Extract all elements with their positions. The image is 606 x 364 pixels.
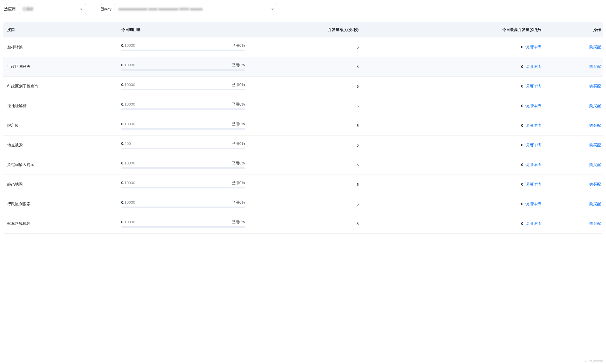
action-cell: 购买配 (543, 57, 603, 77)
detail-link[interactable]: 调用详情 (525, 64, 541, 69)
action-cell: 购买配 (543, 37, 603, 57)
table-row: 关键词输入提示0/10000已用0%50调用详情购买配 (3, 155, 603, 175)
action-cell: 购买配 (543, 116, 603, 136)
usage-count: 0/10000 (121, 63, 135, 67)
api-name: 行政区划列表 (3, 57, 117, 77)
table-row: 静态地图0/10000已用0%50调用详情购买配 (3, 175, 603, 194)
col-header-peak: 今日最高并发量(次/秒) (369, 22, 543, 37)
usage-cell: 0/10000已用0% (117, 116, 249, 136)
detail-link[interactable]: 调用详情 (525, 143, 541, 147)
usage-count: 0/200 (121, 141, 131, 146)
detail-link[interactable]: 调用详情 (525, 45, 541, 49)
usage-cell: 0/10000已用0% (117, 77, 249, 96)
purchase-link[interactable]: 购买配 (589, 162, 601, 167)
detail-link[interactable]: 调用详情 (525, 162, 541, 167)
action-cell: 购买配 (543, 136, 603, 155)
concurrency-limit: 5 (249, 175, 369, 194)
usage-count: 0/10000 (121, 220, 135, 224)
usage-percent: 已用0% (232, 161, 245, 166)
peak-value: 0 (521, 143, 523, 147)
usage-cell: 0/10000已用0% (117, 194, 249, 214)
usage-progress (121, 207, 245, 208)
peak-cell: 0调用详情 (369, 37, 543, 57)
filter-bar: 选应用 已选定 选Key xxxxxxxxxxxxxxxx xxxxx xxxx… (3, 4, 603, 14)
table-row: 行政区划搜索0/10000已用0%50调用详情购买配 (3, 194, 603, 214)
usage-percent: 已用0% (232, 122, 245, 126)
detail-link[interactable]: 调用详情 (525, 202, 541, 206)
peak-cell: 0调用详情 (369, 57, 543, 77)
usage-percent: 已用0% (232, 63, 245, 68)
purchase-link[interactable]: 购买配 (589, 202, 601, 206)
peak-value: 0 (521, 45, 523, 49)
purchase-link[interactable]: 购买配 (589, 45, 601, 49)
table-row: 坐标转换0/10000已用0%50调用详情购买配 (3, 37, 603, 57)
usage-percent: 已用0% (232, 200, 245, 205)
col-header-action: 操作 (543, 22, 603, 37)
peak-cell: 0调用详情 (369, 116, 543, 136)
key-select-value: xxxxxxxxxxxxxxxx xxxxx xxxxxxxxxxx XXXX … (118, 7, 203, 11)
usage-percent: 已用0% (232, 102, 245, 107)
peak-cell: 0调用详情 (369, 136, 543, 155)
purchase-link[interactable]: 购买配 (589, 143, 601, 147)
usage-progress (121, 167, 245, 169)
key-select[interactable]: xxxxxxxxxxxxxxxx xxxxx xxxxxxxxxxx XXXX … (115, 4, 277, 14)
app-select-label: 选应用 (4, 7, 16, 12)
key-select-label: 选Key (101, 7, 111, 12)
concurrency-limit: 5 (249, 77, 369, 96)
purchase-link[interactable]: 购买配 (589, 123, 601, 128)
peak-cell: 0调用详情 (369, 194, 543, 214)
usage-cell: 0/10000已用0% (117, 96, 249, 116)
concurrency-limit: 5 (249, 96, 369, 116)
detail-link[interactable]: 调用详情 (525, 84, 541, 88)
api-name: 逆地址解析 (3, 96, 117, 116)
peak-cell: 0调用详情 (369, 175, 543, 194)
usage-count: 0/10000 (121, 102, 135, 106)
usage-cell: 0/10000已用0% (117, 155, 249, 175)
table-row: 行政区划列表0/10000已用0%50调用详情购买配 (3, 57, 603, 77)
usage-count: 0/10000 (121, 161, 135, 165)
concurrency-limit: 5 (249, 37, 369, 57)
concurrency-limit: 5 (249, 136, 369, 155)
usage-count: 0/10000 (121, 122, 135, 126)
usage-progress (121, 148, 245, 149)
concurrency-limit: 5 (249, 57, 369, 77)
usage-percent: 已用0% (232, 43, 245, 48)
peak-value: 0 (521, 84, 523, 88)
concurrency-limit: 5 (249, 194, 369, 214)
usage-cell: 0/10000已用0% (117, 37, 249, 57)
usage-percent: 已用0% (232, 141, 245, 146)
app-select[interactable]: 已选定 (19, 4, 86, 14)
action-cell: 购买配 (543, 77, 603, 96)
peak-value: 0 (521, 123, 523, 128)
action-cell: 购买配 (543, 194, 603, 214)
detail-link[interactable]: 调用详情 (525, 221, 541, 226)
purchase-link[interactable]: 购买配 (589, 182, 601, 186)
usage-count: 0/10000 (121, 43, 135, 48)
table-row: 驾车路线规划0/10000已用0%50调用详情购买配 (3, 214, 603, 234)
concurrency-limit: 5 (249, 214, 369, 234)
usage-progress (121, 187, 245, 188)
detail-link[interactable]: 调用详情 (525, 123, 541, 128)
purchase-link[interactable]: 购买配 (589, 84, 601, 88)
api-name: 静态地图 (3, 175, 117, 194)
purchase-link[interactable]: 购买配 (589, 104, 601, 108)
purchase-link[interactable]: 购买配 (589, 221, 601, 226)
action-cell: 购买配 (543, 175, 603, 194)
usage-cell: 0/10000已用0% (117, 214, 249, 234)
table-row: 地点搜索0/200已用0%50调用详情购买配 (3, 136, 603, 155)
table-row: 行政区划子级查询0/10000已用0%50调用详情购买配 (3, 77, 603, 96)
usage-percent: 已用0% (232, 220, 245, 225)
detail-link[interactable]: 调用详情 (525, 104, 541, 108)
detail-link[interactable]: 调用详情 (525, 182, 541, 186)
usage-progress (121, 50, 245, 51)
action-cell: 购买配 (543, 96, 603, 116)
usage-count: 0/10000 (121, 82, 135, 87)
peak-cell: 0调用详情 (369, 214, 543, 234)
purchase-link[interactable]: 购买配 (589, 64, 601, 69)
concurrency-limit: 5 (249, 155, 369, 175)
col-header-api: 接口 (3, 22, 117, 37)
peak-value: 0 (521, 202, 523, 206)
table-row: IP定位0/10000已用0%50调用详情购买配 (3, 116, 603, 136)
peak-cell: 0调用详情 (369, 96, 543, 116)
usage-count: 0/10000 (121, 200, 135, 204)
